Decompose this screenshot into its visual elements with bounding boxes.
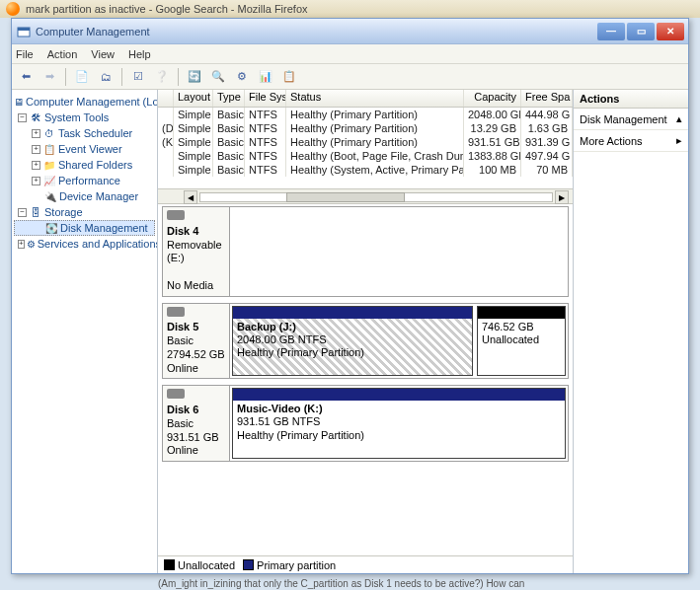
tree-system-tools[interactable]: − 🛠 System Tools <box>14 110 155 125</box>
menu-file[interactable]: File <box>16 48 34 60</box>
actions-header: Actions <box>574 90 688 109</box>
disk5-partition-backup[interactable]: Backup (J:) 2048.00 GB NTFS Healthy (Pri… <box>232 306 473 377</box>
window-title: Computer Management <box>36 26 597 37</box>
disk-row-6[interactable]: Disk 6 Basic 931.51 GB Online Music-Vide… <box>162 385 569 462</box>
legend: Unallocated Primary partition <box>158 555 573 573</box>
close-button[interactable]: ✕ <box>657 23 684 40</box>
volume-row[interactable]: SimpleBasicNTFSHealthy (Primary Partitio… <box>158 108 573 121</box>
app-icon <box>16 24 32 39</box>
tool-c[interactable]: 📋 <box>279 67 299 87</box>
expand-icon[interactable]: + <box>32 129 40 138</box>
firefox-icon <box>6 2 20 16</box>
tree-root[interactable]: 🖥 Computer Management (Local) <box>14 94 155 110</box>
tree-performance[interactable]: +📈Performance <box>14 173 155 188</box>
tree-task-scheduler[interactable]: +⏱Task Scheduler <box>14 125 155 141</box>
expand-icon[interactable]: + <box>32 177 40 185</box>
actions-more[interactable]: More Actions▸ <box>574 130 688 152</box>
firefox-titlebar: mark partition as inactive - Google Sear… <box>0 0 700 18</box>
disk5-unallocated[interactable]: 746.52 GB Unallocated <box>477 306 566 377</box>
menubar: File Action View Help <box>12 44 688 64</box>
scroll-left-button[interactable]: ◀ <box>184 190 197 204</box>
share-icon: 📁 <box>42 158 56 172</box>
col-status[interactable]: Status <box>286 90 464 107</box>
collapse-icon[interactable]: − <box>18 113 27 122</box>
scroll-right-button[interactable]: ▶ <box>555 190 569 204</box>
primary-stripe <box>233 307 472 319</box>
help-button[interactable]: ❔ <box>152 67 172 87</box>
disk4-info: Disk 4 Removable (E:) No Media <box>163 207 230 296</box>
col-layout[interactable]: Layout <box>174 90 213 107</box>
legend-unallocated-swatch <box>164 559 175 570</box>
computer-icon: 🖥 <box>14 95 24 109</box>
expand-icon[interactable]: + <box>32 145 40 154</box>
disk-row-4[interactable]: Disk 4 Removable (E:) No Media <box>162 206 569 297</box>
volume-header-row[interactable]: Layout Type File System Status Capacity … <box>158 90 573 108</box>
tree-shared-folders[interactable]: +📁Shared Folders <box>14 157 155 173</box>
refresh-button[interactable]: 🔄 <box>185 67 204 87</box>
disk6-info: Disk 6 Basic 931.51 GB Online <box>163 386 230 461</box>
primary-stripe <box>233 389 565 401</box>
drive-icon <box>167 210 185 220</box>
tools-icon: 🛠 <box>29 111 42 124</box>
rescan-button[interactable]: 🔍 <box>208 67 228 87</box>
nav-tree[interactable]: 🖥 Computer Management (Local) − 🛠 System… <box>12 90 158 573</box>
legend-primary-swatch <box>243 559 254 570</box>
disk6-partition-music[interactable]: Music-Video (K:) 931.51 GB NTFS Healthy … <box>232 388 566 459</box>
volume-row[interactable]: SimpleBasicNTFSHealthy (Boot, Page File,… <box>158 149 573 163</box>
tree-device-manager[interactable]: 🔌Device Manager <box>14 188 155 204</box>
disk5-info: Disk 5 Basic 2794.52 GB Online <box>163 304 230 379</box>
drive-icon <box>167 307 185 317</box>
device-icon: 🔌 <box>43 189 57 203</box>
show-hide-tree-button[interactable]: 🗂 <box>96 67 116 87</box>
tree-storage[interactable]: − 🗄 Storage <box>14 204 155 220</box>
tree-event-viewer[interactable]: +📋Event Viewer <box>14 141 155 157</box>
col-capacity[interactable]: Capacity <box>464 90 521 107</box>
volume-row[interactable]: SimpleBasicNTFSHealthy (System, Active, … <box>158 163 573 177</box>
menu-view[interactable]: View <box>91 48 115 60</box>
col-free[interactable]: Free Spa <box>521 90 573 107</box>
volume-row[interactable]: (D:)SimpleBasicNTFSHealthy (Primary Part… <box>158 121 573 135</box>
volume-list[interactable]: SimpleBasicNTFSHealthy (Primary Partitio… <box>158 108 573 188</box>
actions-pane: Actions Disk Management▴ More Actions▸ <box>574 90 688 573</box>
properties-button[interactable]: ☑ <box>128 67 148 87</box>
maximize-button[interactable]: ▭ <box>627 23 655 40</box>
col-type[interactable]: Type <box>213 90 245 107</box>
actions-dm[interactable]: Disk Management▴ <box>574 109 688 130</box>
expand-icon[interactable]: + <box>18 240 25 249</box>
back-button[interactable]: ⬅ <box>16 67 36 87</box>
main-panel: Layout Type File System Status Capacity … <box>158 90 574 573</box>
mmc-window: Computer Management — ▭ ✕ File Action Vi… <box>11 18 689 574</box>
unallocated-stripe <box>478 307 565 319</box>
menu-action[interactable]: Action <box>47 48 78 60</box>
splitter[interactable]: ◀ ▶ <box>158 188 573 204</box>
event-icon: 📋 <box>42 142 56 156</box>
tool-a[interactable]: ⚙ <box>232 67 252 87</box>
chevron-right-icon: ▸ <box>676 134 682 147</box>
minimize-button[interactable]: — <box>597 23 625 40</box>
col-filesystem[interactable]: File System <box>245 90 286 107</box>
tree-disk-management[interactable]: 💽Disk Management <box>14 220 155 236</box>
tool-b[interactable]: 📊 <box>256 67 275 87</box>
services-icon: ⚙ <box>27 237 36 251</box>
toolbar: ⬅ ➡ 📄 🗂 ☑ ❔ 🔄 🔍 ⚙ 📊 📋 <box>12 64 688 90</box>
drive-icon <box>167 389 185 399</box>
perf-icon: 📈 <box>42 174 56 187</box>
collapse-icon[interactable]: − <box>18 208 27 217</box>
titlebar[interactable]: Computer Management — ▭ ✕ <box>12 19 688 44</box>
menu-help[interactable]: Help <box>128 48 151 60</box>
graphical-view[interactable]: Disk 4 Removable (E:) No Media Disk 5 Ba… <box>158 204 573 555</box>
scrollbar-thumb[interactable] <box>286 192 405 202</box>
storage-icon: 🗄 <box>29 205 42 219</box>
up-button[interactable]: 📄 <box>72 67 92 87</box>
page-footer-text: (Am_ight in_izining that only the C_part… <box>158 578 524 589</box>
tree-services[interactable]: + ⚙ Services and Applications <box>14 236 155 252</box>
disk-row-5[interactable]: Disk 5 Basic 2794.52 GB Online Backup (J… <box>162 303 569 380</box>
forward-button[interactable]: ➡ <box>39 67 59 87</box>
scheduler-icon: ⏱ <box>42 126 56 140</box>
collapse-icon: ▴ <box>676 112 682 125</box>
svg-rect-1 <box>18 28 30 31</box>
expand-icon[interactable]: + <box>32 161 40 170</box>
volume-row[interactable]: (K:)SimpleBasicNTFSHealthy (Primary Part… <box>158 135 573 149</box>
disk-icon: 💽 <box>44 221 58 235</box>
firefox-title: mark partition as inactive - Google Sear… <box>26 3 308 15</box>
